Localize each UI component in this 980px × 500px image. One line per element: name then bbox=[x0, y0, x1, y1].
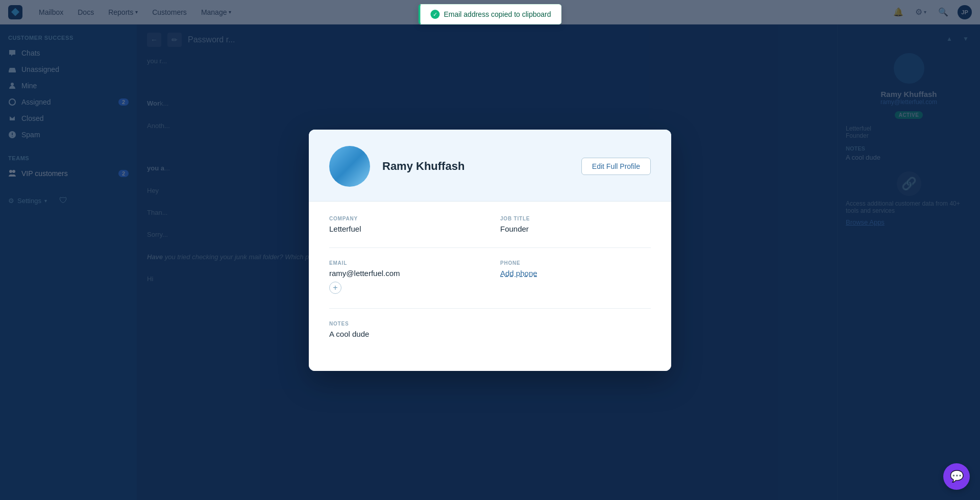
check-icon: ✓ bbox=[430, 10, 439, 19]
email-label: EMAIL bbox=[329, 260, 480, 266]
phone-value[interactable]: Add phone bbox=[500, 269, 651, 278]
modal-header: Ramy Khuffash Edit Full Profile bbox=[309, 130, 671, 202]
modal-overlay[interactable]: Ramy Khuffash Edit Full Profile COMPANY … bbox=[0, 0, 980, 500]
chat-bubble-button[interactable]: 💬 bbox=[943, 463, 970, 490]
company-value: Letterfuel bbox=[329, 224, 480, 233]
edit-full-profile-button[interactable]: Edit Full Profile bbox=[581, 158, 651, 175]
job-title-field: JOB TITLE Founder bbox=[500, 216, 651, 233]
email-phone-row: EMAIL ramy@letterfuel.com + PHONE Add ph… bbox=[329, 260, 651, 294]
company-jobtitle-row: COMPANY Letterfuel JOB TITLE Founder bbox=[329, 216, 651, 233]
company-field: COMPANY Letterfuel bbox=[329, 216, 480, 233]
profile-modal: Ramy Khuffash Edit Full Profile COMPANY … bbox=[309, 130, 671, 371]
chat-bubble-icon: 💬 bbox=[950, 470, 964, 483]
phone-field: PHONE Add phone bbox=[500, 260, 651, 294]
notes-value: A cool dude bbox=[329, 330, 651, 338]
email-value: ramy@letterfuel.com bbox=[329, 269, 480, 278]
toast-notification: ✓ Email address copied to clipboard bbox=[418, 4, 561, 24]
email-field: EMAIL ramy@letterfuel.com + bbox=[329, 260, 480, 294]
modal-avatar bbox=[329, 146, 370, 187]
divider-2 bbox=[329, 308, 651, 309]
phone-label: PHONE bbox=[500, 260, 651, 266]
company-label: COMPANY bbox=[329, 216, 480, 221]
notes-label: NOTES bbox=[329, 321, 651, 327]
modal-body: COMPANY Letterfuel JOB TITLE Founder EMA… bbox=[309, 202, 671, 371]
notes-row: NOTES A cool dude bbox=[329, 321, 651, 338]
notes-field: NOTES A cool dude bbox=[329, 321, 651, 338]
add-email-button[interactable]: + bbox=[329, 282, 341, 294]
divider bbox=[329, 247, 651, 248]
job-title-value: Founder bbox=[500, 224, 651, 233]
modal-contact-name: Ramy Khuffash bbox=[382, 160, 569, 173]
job-title-label: JOB TITLE bbox=[500, 216, 651, 221]
